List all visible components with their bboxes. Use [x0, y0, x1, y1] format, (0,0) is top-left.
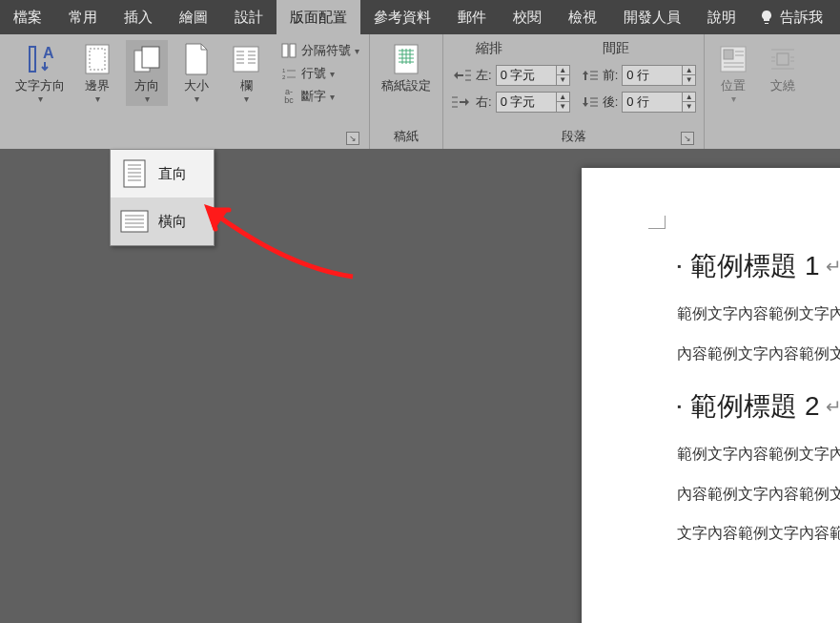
chevron-down-icon: ▾ [330, 92, 335, 102]
line-numbers-button[interactable]: 12 行號 ▾ [278, 63, 361, 84]
spinner-down-icon[interactable]: ▼ [557, 102, 569, 112]
tab-home[interactable]: 常用 [55, 0, 111, 34]
tab-review[interactable]: 校閱 [500, 0, 555, 34]
columns-icon [229, 42, 263, 76]
orientation-portrait-label: 直向 [158, 165, 187, 183]
chevron-down-icon: ▾ [95, 93, 100, 104]
tab-references[interactable]: 參考資料 [360, 0, 444, 34]
indent-right-label: 右: [476, 93, 492, 111]
svg-rect-54 [124, 160, 145, 187]
orientation-landscape-label: 橫向 [158, 213, 187, 231]
hyphenation-label: 斷字 [301, 88, 326, 105]
spinner-up-icon[interactable]: ▲ [557, 93, 569, 102]
chevron-down-icon: ▾ [330, 69, 335, 79]
size-icon [179, 42, 214, 76]
indent-left-spinner[interactable]: ▲▼ [496, 65, 570, 86]
manuscript-label: 稿紙設定 [381, 78, 431, 93]
svg-rect-5 [142, 47, 159, 68]
text-direction-icon: A [23, 42, 57, 76]
wrap-text-label: 文繞 [770, 78, 795, 93]
indent-right-icon [451, 94, 472, 110]
group-caption-arrange [712, 143, 804, 147]
chevron-down-icon: ▾ [145, 93, 150, 104]
spacing-before-input[interactable] [623, 69, 682, 83]
manuscript-settings-button[interactable]: 稿紙設定 [378, 40, 435, 95]
wrap-text-icon [766, 42, 800, 76]
spacing-after-spinner[interactable]: ▲▼ [622, 92, 696, 113]
position-icon [716, 42, 750, 76]
spacing-before-icon [578, 68, 599, 83]
spinner-down-icon[interactable]: ▼ [557, 75, 569, 85]
heading-1[interactable]: 範例標題 1↵ [677, 248, 840, 284]
spinner-up-icon[interactable]: ▲ [683, 93, 695, 102]
tab-draw[interactable]: 繪圖 [166, 0, 221, 34]
spinner-up-icon[interactable]: ▲ [683, 66, 695, 75]
manuscript-icon [389, 42, 423, 76]
paragraph-text[interactable]: 內容範例文字內容範例文字內 [677, 482, 840, 507]
tab-file[interactable]: 檔案 [0, 0, 55, 34]
document-page[interactable]: 範例標題 1↵ 範例文字內容範例文字內容範 內容範例文字內容範例文字內 範例標題… [582, 168, 840, 623]
size-button[interactable]: 大小 ▾ [175, 40, 217, 106]
line-numbers-label: 行號 [301, 65, 326, 82]
indent-right-input[interactable] [497, 95, 556, 110]
group-page-setup: A 文字方向 ▾ 邊界 ▾ 方向 ▾ [0, 34, 370, 149]
paragraph-text[interactable]: 文字內容範例文字內容範例文 [677, 521, 840, 546]
dialog-launcher-icon[interactable]: ↘ [681, 132, 694, 145]
columns-label: 欄 [240, 78, 253, 93]
paragraph-text[interactable]: 範例文字內容範例文字內容範 [677, 442, 840, 467]
indent-left-icon [451, 68, 472, 83]
spacing-after-icon [578, 94, 599, 110]
chevron-down-icon: ▾ [731, 93, 736, 104]
svg-text:A: A [43, 45, 54, 61]
indent-right-spinner[interactable]: ▲▼ [496, 92, 570, 113]
group-caption-paragraph: 段落 ↘ [451, 126, 696, 147]
svg-rect-60 [121, 211, 148, 232]
breaks-label: 分隔符號 [301, 42, 351, 59]
paragraph-text[interactable]: 範例文字內容範例文字內容範 [677, 301, 840, 326]
spacing-after-label: 後: [603, 93, 619, 111]
tab-design[interactable]: 設計 [221, 0, 277, 34]
svg-rect-42 [724, 50, 733, 59]
orientation-landscape-item[interactable]: 橫向 [111, 197, 214, 245]
spacing-after-input[interactable] [623, 95, 682, 110]
tab-developer[interactable]: 開發人員 [610, 0, 694, 34]
svg-rect-16 [290, 44, 296, 57]
tab-mailings[interactable]: 郵件 [444, 0, 500, 34]
text-direction-button[interactable]: A 文字方向 ▾ [11, 40, 69, 106]
portrait-icon [120, 159, 149, 188]
position-label: 位置 [721, 78, 746, 93]
chevron-down-icon: ▾ [244, 93, 249, 104]
heading-2[interactable]: 範例標題 2↵ [677, 388, 840, 425]
tell-me[interactable]: 告訴我 [749, 9, 832, 27]
spinner-down-icon[interactable]: ▼ [683, 75, 695, 85]
spacing-before-label: 前: [603, 67, 619, 84]
hyphenation-icon: a- bc [280, 88, 297, 105]
chevron-down-icon: ▾ [195, 93, 199, 104]
indent-left-input[interactable] [497, 69, 556, 83]
group-manuscript: 稿紙設定 稿紙 [370, 34, 443, 149]
size-label: 大小 [184, 78, 209, 93]
spacing-before-spinner[interactable]: ▲▼ [622, 65, 696, 86]
indent-header: 縮排 [476, 40, 570, 57]
dialog-launcher-icon[interactable]: ↘ [346, 132, 359, 145]
group-caption-page-setup: ↘ [11, 143, 361, 147]
spinner-down-icon[interactable]: ▼ [683, 102, 695, 112]
tab-view[interactable]: 檢視 [555, 0, 610, 34]
orientation-button[interactable]: 方向 ▾ [126, 40, 168, 106]
hyphenation-button[interactable]: a- bc 斷字 ▾ [278, 86, 361, 107]
tab-help[interactable]: 說明 [694, 0, 749, 34]
margins-button[interactable]: 邊界 ▾ [76, 40, 118, 106]
breaks-button[interactable]: 分隔符號 ▾ [278, 40, 361, 61]
landscape-icon [120, 207, 149, 236]
position-button[interactable]: 位置 ▾ [712, 40, 754, 106]
margins-icon [80, 42, 114, 76]
paragraph-text[interactable]: 內容範例文字內容範例文字內 [677, 342, 840, 366]
tab-layout[interactable]: 版面配置 [277, 0, 360, 34]
chevron-down-icon: ▾ [355, 46, 359, 56]
spinner-up-icon[interactable]: ▲ [557, 66, 569, 75]
tab-insert[interactable]: 插入 [111, 0, 166, 34]
margin-marker-icon [648, 216, 666, 229]
wrap-text-button[interactable]: 文繞 [762, 40, 804, 95]
orientation-portrait-item[interactable]: 直向 [111, 150, 214, 197]
columns-button[interactable]: 欄 ▾ [225, 40, 267, 106]
